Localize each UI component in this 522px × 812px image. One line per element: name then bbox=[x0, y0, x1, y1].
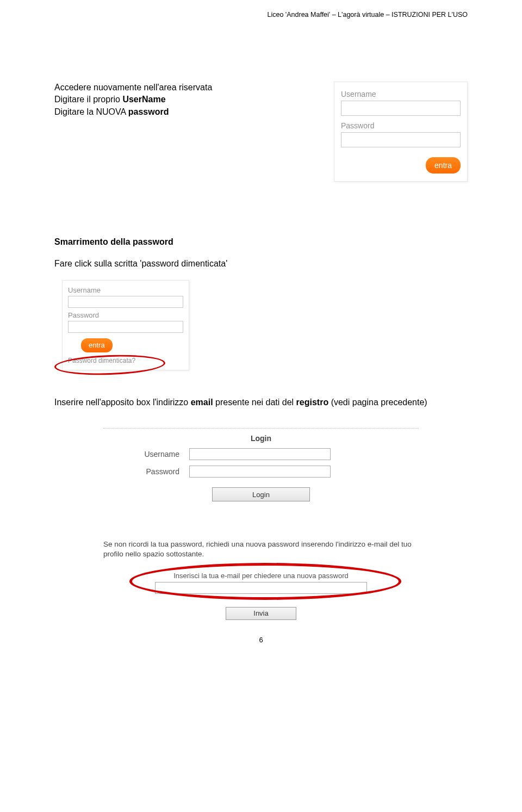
password-label: Password bbox=[68, 311, 183, 319]
password-input[interactable] bbox=[341, 132, 461, 147]
click-forgot-instruction: Fare click sulla scritta 'password dimen… bbox=[54, 258, 468, 270]
text: Inserire nell'apposito box l'indirizzo bbox=[54, 398, 191, 407]
password-input[interactable] bbox=[189, 466, 331, 478]
instruction-line-2: Digitare il proprio UserName bbox=[54, 94, 212, 106]
username-input[interactable] bbox=[189, 448, 331, 460]
entra-button[interactable]: entra bbox=[81, 338, 113, 352]
password-label: Password bbox=[341, 121, 461, 130]
text: Digitare la NUOVA bbox=[54, 107, 128, 116]
lost-password-heading: Smarrimento della password bbox=[54, 236, 468, 248]
document-header: Liceo 'Andrea Maffei' – L'agorà virtuale… bbox=[268, 11, 468, 18]
recover-email-input[interactable] bbox=[155, 582, 367, 594]
username-input[interactable] bbox=[68, 296, 183, 308]
instruction-line-1: Accedere nuovamente nell'area riservata bbox=[54, 82, 212, 94]
login-card-right: Username Password entra bbox=[334, 82, 468, 182]
login-card-forgot: Username Password entra Password dimenti… bbox=[62, 280, 189, 370]
recover-email-label: Inserisci la tua e-mail per chiedere una… bbox=[103, 572, 419, 580]
username-label: Username bbox=[68, 286, 183, 294]
password-label: Password bbox=[103, 467, 179, 476]
instruction-line-3: Digitare la NUOVA password bbox=[54, 106, 212, 118]
text: Digitare il proprio bbox=[54, 95, 122, 104]
text: presente nei dati del bbox=[213, 398, 296, 407]
username-label: Username bbox=[103, 450, 179, 458]
username-input[interactable] bbox=[341, 101, 461, 116]
login-panel: Login Username Password Login bbox=[103, 428, 419, 501]
login-panel-title: Login bbox=[103, 428, 419, 443]
invia-button[interactable]: Invia bbox=[226, 607, 296, 620]
recover-instruction-text: Se non ricordi la tua password, richiedi… bbox=[103, 540, 419, 559]
forgot-password-link[interactable]: Password dimenticata? bbox=[68, 357, 183, 364]
recover-block: Se non ricordi la tua password, richiedi… bbox=[103, 540, 419, 619]
insert-email-instruction: Inserire nell'apposito box l'indirizzo e… bbox=[54, 396, 468, 408]
login-button[interactable]: Login bbox=[212, 487, 310, 501]
text-bold: UserName bbox=[122, 95, 165, 104]
page-number: 6 bbox=[0, 636, 522, 644]
text-bold: password bbox=[128, 107, 169, 116]
text-bold: registro bbox=[296, 398, 329, 407]
text-bold: email bbox=[191, 398, 213, 407]
username-label: Username bbox=[341, 90, 461, 98]
text: (vedi pagina precedente) bbox=[328, 398, 427, 407]
entra-button[interactable]: entra bbox=[426, 157, 461, 173]
password-input[interactable] bbox=[68, 321, 183, 333]
